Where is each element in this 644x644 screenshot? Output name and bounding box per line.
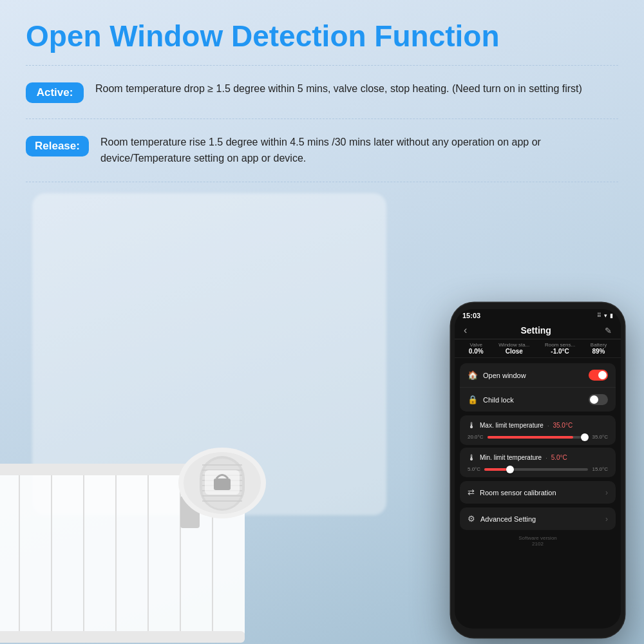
min-temp-separator: · bbox=[545, 455, 547, 461]
window-value: Close bbox=[498, 348, 529, 355]
room-sensor-chevron: › bbox=[605, 488, 608, 497]
max-temp-slider-container: 20.0°C 35.0°C bbox=[468, 434, 608, 440]
min-temp-section: 🌡 Min. limit temperature · 5.0°C 5.0°C 1… bbox=[460, 448, 616, 477]
setting-title: Setting bbox=[467, 325, 605, 336]
battery-status: Battery 89% bbox=[591, 342, 607, 355]
min-temp-slider-container: 5.0°C 15.0°C bbox=[468, 466, 608, 472]
advanced-row[interactable]: ⚙ Advanced Setting › bbox=[460, 507, 616, 530]
room-sensor-section: ⇄ Room sensor calibration › bbox=[460, 481, 616, 504]
divider-top bbox=[26, 65, 618, 66]
min-temp-slider-track[interactable] bbox=[484, 468, 588, 471]
active-row: Active: Room temperature drop ≥ 1.5 degr… bbox=[26, 72, 618, 112]
divider-mid bbox=[26, 118, 618, 119]
phone-status-icons: ⠿ ▾ ▮ bbox=[597, 312, 613, 319]
open-window-label: Open window bbox=[483, 372, 526, 379]
room-sensor-value: -1.0°C bbox=[545, 348, 575, 355]
release-text: Room temperature rise 1.5 degree within … bbox=[100, 135, 618, 167]
svg-rect-24 bbox=[214, 478, 231, 490]
valve-label: Valve bbox=[469, 342, 484, 348]
phone-nav-header: ‹ Setting ✎ bbox=[455, 321, 621, 339]
room-sensor-row[interactable]: ⇄ Room sensor calibration › bbox=[460, 481, 616, 504]
min-slider-min-label: 5.0°C bbox=[468, 466, 480, 472]
room-sensor-label: Room sens... bbox=[545, 342, 575, 348]
valve-value: 0.0% bbox=[469, 348, 484, 355]
advanced-icon: ⚙ bbox=[468, 514, 475, 524]
software-version-label: Software version bbox=[455, 535, 621, 541]
release-badge: Release: bbox=[26, 136, 89, 156]
min-temp-icon: 🌡 bbox=[468, 453, 476, 462]
min-temp-value: 5.0°C bbox=[551, 454, 567, 461]
room-sensor-row-icon: ⇄ bbox=[468, 488, 475, 497]
advanced-left: ⚙ Advanced Setting bbox=[468, 514, 536, 524]
room-sensor-left: ⇄ Room sensor calibration bbox=[468, 488, 556, 497]
battery-icon: ▮ bbox=[610, 312, 613, 319]
open-window-left: 🏠 Open window bbox=[468, 370, 526, 380]
advanced-chevron: › bbox=[605, 515, 608, 524]
max-temp-slider-thumb[interactable] bbox=[581, 433, 589, 441]
min-slider-max-label: 15.0°C bbox=[592, 466, 608, 472]
open-window-row: 🏠 Open window bbox=[460, 363, 616, 388]
max-temp-separator: · bbox=[547, 422, 549, 429]
max-slider-max-label: 35.0°C bbox=[592, 434, 608, 440]
battery-label: Battery bbox=[591, 342, 607, 348]
wifi-icon: ▾ bbox=[604, 312, 607, 319]
advanced-section: ⚙ Advanced Setting › bbox=[460, 507, 616, 530]
advanced-label: Advanced Setting bbox=[480, 515, 536, 523]
child-lock-toggle[interactable] bbox=[589, 394, 608, 405]
software-version-value: 2102 bbox=[455, 541, 621, 547]
max-temp-section: 🌡 Max. limit temperature · 35.0°C 20.0°C… bbox=[460, 415, 616, 445]
window-label: Window sta... bbox=[498, 342, 529, 348]
edit-button[interactable]: ✎ bbox=[605, 326, 612, 336]
max-temp-icon: 🌡 bbox=[468, 421, 476, 430]
toggle-settings-section: 🏠 Open window 🔒 Child lock bbox=[460, 363, 616, 412]
signal-icon: ⠿ bbox=[597, 312, 601, 319]
device-status-row: Valve 0.0% Window sta... Close Room sens… bbox=[455, 339, 621, 358]
phone-status-bar: 15:03 ⠿ ▾ ▮ bbox=[455, 309, 621, 321]
radiator-decoration bbox=[0, 367, 348, 644]
phone-mockup: 15:03 ⠿ ▾ ▮ ‹ Setting ✎ Valve 0.0% bbox=[451, 303, 625, 638]
child-lock-row: 🔒 Child lock bbox=[460, 388, 616, 412]
min-temp-title: Min. limit temperature bbox=[480, 454, 542, 461]
max-slider-min-label: 20.0°C bbox=[468, 434, 484, 440]
divider-bot bbox=[26, 182, 618, 182]
room-sensor-row-label: Room sensor calibration bbox=[480, 489, 556, 497]
max-temp-slider-track[interactable] bbox=[488, 436, 589, 439]
svg-rect-9 bbox=[0, 631, 245, 643]
main-content: Open Window Detection Function Active: R… bbox=[0, 0, 644, 202]
max-temp-title: Max. limit temperature bbox=[480, 422, 544, 429]
max-temp-slider-fill bbox=[488, 436, 573, 439]
max-temp-value: 35.0°C bbox=[553, 422, 573, 429]
window-status: Window sta... Close bbox=[498, 342, 529, 355]
release-row: Release: Room temperature rise 1.5 degre… bbox=[26, 126, 618, 176]
software-version-section: Software version 2102 bbox=[455, 530, 621, 549]
child-lock-label: Child lock bbox=[483, 396, 514, 404]
active-text: Room temperature drop ≥ 1.5 degree withi… bbox=[95, 81, 618, 97]
max-temp-label-row: 🌡 Max. limit temperature · 35.0°C bbox=[468, 421, 608, 430]
room-sensor-status: Room sens... -1.0°C bbox=[545, 342, 575, 355]
phone-outer-shell: 15:03 ⠿ ▾ ▮ ‹ Setting ✎ Valve 0.0% bbox=[451, 303, 625, 638]
open-window-toggle[interactable] bbox=[589, 370, 608, 381]
page-title: Open Window Detection Function bbox=[26, 19, 618, 53]
phone-screen: 15:03 ⠿ ▾ ▮ ‹ Setting ✎ Valve 0.0% bbox=[455, 309, 621, 629]
min-temp-slider-thumb[interactable] bbox=[506, 466, 514, 473]
battery-value: 89% bbox=[591, 348, 607, 355]
valve-status: Valve 0.0% bbox=[469, 342, 484, 355]
phone-time: 15:03 bbox=[462, 312, 480, 319]
child-lock-left: 🔒 Child lock bbox=[468, 395, 514, 404]
active-badge: Active: bbox=[26, 82, 84, 103]
open-window-icon: 🏠 bbox=[468, 370, 478, 380]
child-lock-icon: 🔒 bbox=[468, 395, 478, 404]
min-temp-label-row: 🌡 Min. limit temperature · 5.0°C bbox=[468, 453, 608, 462]
